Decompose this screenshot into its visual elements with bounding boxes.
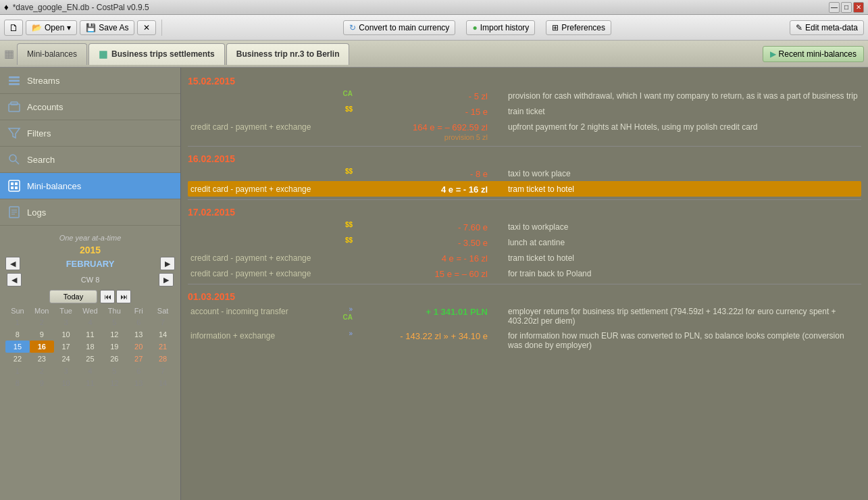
cal-day-19[interactable]: 19 <box>102 341 126 353</box>
cal-day-m3[interactable]: 3 <box>54 365 78 377</box>
svg-rect-11 <box>11 186 14 189</box>
amount-15e: - 15 e <box>465 107 488 117</box>
cal-day-m10[interactable]: 10 <box>54 377 78 389</box>
cal-day-24[interactable]: 24 <box>54 353 78 365</box>
tab-business-trips[interactable]: ▦ Business trips settlements <box>88 43 225 65</box>
cal-day-m12[interactable]: 12 <box>102 377 126 389</box>
entry-tag-ss-3: $$ <box>326 221 353 228</box>
cal-day-m8[interactable]: 8 <box>5 377 30 389</box>
sidebar-item-search[interactable]: Search <box>0 147 180 173</box>
cal-day-8[interactable]: 8 <box>5 328 30 341</box>
amount-8e: - 8 e <box>470 169 488 179</box>
minimize-button[interactable]: — <box>829 2 840 13</box>
convert-button[interactable]: ↻ Convert to main currency <box>343 20 455 35</box>
cal-day-18[interactable]: 18 <box>78 341 103 353</box>
entries-container: 15.02.2015 CA - 5 zl provision for cash … <box>181 68 868 356</box>
amount-provision: provision 5 zl <box>353 133 488 141</box>
entry-note-nh-hotels: upfront payment for 2 nights at NH Hotel… <box>501 121 859 132</box>
cal-day-m7[interactable]: 7 <box>151 365 175 377</box>
close-button[interactable]: ✕ <box>853 2 864 13</box>
cal-day-m5[interactable]: 5 <box>102 365 126 377</box>
app-icon: ♦ <box>4 2 9 12</box>
mini-balances-icon <box>7 178 22 193</box>
cal-day-m11[interactable]: 11 <box>78 377 103 389</box>
open-button[interactable]: 📂 Open ▾ <box>26 20 77 35</box>
day-sun: Sun <box>5 305 30 316</box>
cal-day-6[interactable]: 6 <box>126 316 151 328</box>
close-db-button[interactable]: ✕ <box>137 20 156 35</box>
sidebar-item-filters[interactable]: Filters <box>0 120 180 147</box>
entry-note-taxi-1: taxi to work place <box>501 168 859 178</box>
cal-day-m14[interactable]: 14 <box>151 377 175 389</box>
jump-start-button[interactable]: ⏮ <box>100 290 115 303</box>
cal-day-16[interactable]: 16 <box>30 341 54 353</box>
sidebar-item-mini-balances[interactable]: Mini-balances <box>0 173 180 199</box>
convert-label: Convert to main currency <box>359 23 449 32</box>
edit-meta-button[interactable]: ✎ Edit meta-data <box>790 20 864 35</box>
jump-end-button[interactable]: ⏭ <box>116 290 131 303</box>
day-wed: Wed <box>78 305 103 316</box>
cal-day-m4[interactable]: 4 <box>78 365 103 377</box>
cal-day-25[interactable]: 25 <box>78 353 103 365</box>
entry-desc-empty-4 <box>190 221 326 222</box>
sidebar-item-streams[interactable]: Streams <box>0 68 180 94</box>
cal-day-20[interactable]: 20 <box>126 341 151 353</box>
cal-day-12[interactable]: 12 <box>102 328 126 341</box>
cal-day-5[interactable]: 5 <box>102 316 126 328</box>
cal-day-m2[interactable]: 2 <box>30 365 54 377</box>
tab-business-trips-label: Business trips settlements <box>111 49 215 59</box>
amount-4e-16zl-2: 4 e = - 16 zl <box>442 253 488 264</box>
cal-day-m1[interactable]: 1 <box>5 365 30 377</box>
tab-mini-balances[interactable]: Mini-balances <box>17 43 87 65</box>
save-as-button[interactable]: 💾 Save As <box>80 20 134 35</box>
maximize-button[interactable]: □ <box>841 2 852 13</box>
calendar-week-5: 1 2 3 4 5 6 7 <box>5 365 175 377</box>
recent-mini-balances-button[interactable]: ▶ Recent mini-balances <box>763 46 864 62</box>
tab-icon-mini: ▦ <box>4 47 14 60</box>
cal-day-14[interactable]: 14 <box>151 328 175 341</box>
svg-point-6 <box>9 155 16 161</box>
cal-day-28[interactable]: 28 <box>151 353 175 365</box>
new-button[interactable]: 🗋 <box>4 20 23 36</box>
cal-day-1[interactable]: 1 <box>5 316 30 328</box>
cal-day-m13[interactable]: 13 <box>126 377 151 389</box>
tab-berlin[interactable]: Business trip nr.3 to Berlin <box>226 43 350 65</box>
amount-1341pln: + 1 341.01 PLN <box>426 307 488 317</box>
cal-day-3[interactable]: 3 <box>54 316 78 328</box>
edit-meta-label: Edit meta-data <box>805 23 858 32</box>
today-button[interactable]: Today <box>49 290 97 303</box>
amount-760e: - 7.60 e <box>458 222 488 232</box>
cal-day-22[interactable]: 22 <box>5 353 30 365</box>
tag-ca-2: CA <box>343 314 353 321</box>
cal-day-21[interactable]: 21 <box>151 341 175 353</box>
preferences-button[interactable]: ⊞ Preferences <box>546 20 611 35</box>
entry-desc-empty-3 <box>190 168 326 169</box>
prev-week-button[interactable]: ◀ <box>7 273 22 286</box>
cal-day-2[interactable]: 2 <box>30 316 54 328</box>
tab-trips-icon: ▦ <box>99 49 107 59</box>
cal-day-13[interactable]: 13 <box>126 328 151 341</box>
app-title: *dave_google_EN.db - CostPal v0.9.5 <box>13 3 829 12</box>
cal-day-9[interactable]: 9 <box>30 328 54 341</box>
sidebar-item-accounts[interactable]: Accounts <box>0 94 180 120</box>
cal-day-7[interactable]: 7 <box>151 316 175 328</box>
toolbar-right: ↻ Convert to main currency ● Import hist… <box>168 20 787 35</box>
calendar-week-3: 15 16 17 18 19 20 21 <box>5 341 175 353</box>
cal-day-11[interactable]: 11 <box>78 328 103 341</box>
cal-day-15[interactable]: 15 <box>5 341 30 353</box>
cal-day-4[interactable]: 4 <box>78 316 103 328</box>
sidebar-item-logs[interactable]: Logs <box>0 199 180 226</box>
cal-day-23[interactable]: 23 <box>30 353 54 365</box>
cal-day-10[interactable]: 10 <box>54 328 78 341</box>
import-history-button[interactable]: ● Import history <box>466 20 535 35</box>
amount-350e: - 3.50 e <box>458 238 488 248</box>
prev-month-button[interactable]: ◀ <box>5 257 20 270</box>
next-week-button[interactable]: ▶ <box>159 273 174 286</box>
cal-day-26[interactable]: 26 <box>102 353 126 365</box>
cal-day-27[interactable]: 27 <box>126 353 151 365</box>
logs-label: Logs <box>27 207 46 218</box>
cal-day-m6[interactable]: 6 <box>126 365 151 377</box>
cal-day-17[interactable]: 17 <box>54 341 78 353</box>
next-month-button[interactable]: ▶ <box>160 257 175 270</box>
cal-day-m9[interactable]: 9 <box>30 377 54 389</box>
